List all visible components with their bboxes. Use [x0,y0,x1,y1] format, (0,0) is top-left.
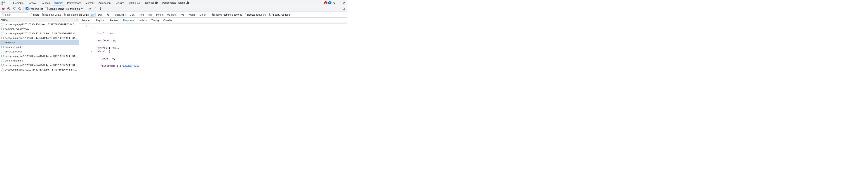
search-button[interactable] [18,7,22,11]
request-item[interactable]: qmark.h5.umd.js [0,58,79,63]
preserve-log-label[interactable]: Preserve log [26,7,43,10]
request-name: qcodeLogin.jsp?17020235462480&token=B349… [5,68,78,71]
request-item[interactable]: qmark.h5.umd.js [0,45,79,49]
tab-application[interactable]: Application [97,1,113,5]
main-area: Name ✕ qcodeLogin.jsp?17020235443&token=… [0,18,347,71]
third-party-checkbox[interactable] [267,13,270,16]
filter-btn-ws[interactable]: WS [179,13,186,17]
filter-btn-media[interactable]: Media [155,13,164,17]
blocked-requests-checkbox[interactable] [243,13,246,16]
tab-elements[interactable]: Elements [11,1,25,5]
request-name: commonLog?pt=www [5,28,78,30]
filter-btn-wasm[interactable]: Wasm [187,13,197,17]
request-item[interactable]: qcodeLogin.jsp?17020235452440&token=B349… [0,54,79,58]
filter-btn-all[interactable]: All [90,13,96,17]
filter-toggle-button[interactable] [12,7,16,11]
request-item[interactable]: snapshot [0,40,79,45]
tab-timing[interactable]: Timing [149,18,161,23]
record-button[interactable] [1,7,5,11]
tab-memory[interactable]: Memory [84,1,96,5]
json-content: ▶"ret": true, [97,28,115,35]
expand-collapse-button[interactable]: ▼ [90,50,92,53]
tab-console[interactable]: Console [26,1,38,5]
network-settings-icon[interactable]: ⚙ [342,7,346,11]
svg-point-9 [19,7,20,9]
blocked-cookies-checkbox[interactable] [210,13,213,16]
wifi-icon[interactable] [88,7,92,11]
svg-rect-5 [6,4,9,4]
preserve-log-checkbox[interactable] [26,7,29,10]
tab-cookies[interactable]: Cookies [161,18,175,23]
tab-security[interactable]: Security [113,1,125,5]
clear-button[interactable] [7,7,11,11]
svg-rect-4 [6,3,9,3]
filter-btn-css[interactable]: CSS [128,13,136,17]
json-line: ▶"errCode": 0, [79,35,347,42]
request-list: qcodeLogin.jsp?17020235443&token=B349739… [0,22,79,71]
json-content: "data": { [97,50,110,53]
request-item[interactable]: qcodeLogin.jsp?17020235457410&token=B349… [0,63,79,67]
invert-checkbox-label[interactable]: Invert [29,13,39,16]
tab-initiator[interactable]: Initiator [136,18,149,23]
chevron-down-icon: ▼ [81,8,83,10]
filter-btn-other[interactable]: Other [198,13,208,17]
network-toolbar: Preserve log Disable cache No throttling… [0,6,347,12]
filter-btn-manifest[interactable]: Manifest [165,13,178,17]
download-icon[interactable] [98,7,102,11]
filter-btn-font[interactable]: Font [137,13,146,17]
svg-rect-0 [1,1,3,3]
svg-line-12 [4,15,4,16]
close-devtools-icon[interactable]: ✕ [342,1,346,5]
request-item[interactable]: qcodeLogin.jsp?17020235443&token=B349739… [0,22,79,27]
upload-icon[interactable] [93,7,97,11]
tab-response[interactable]: Response [121,18,136,23]
more-icon[interactable]: ⋮ [337,1,341,5]
blocked-cookies-label[interactable]: Blocked response cookies [210,13,242,16]
svg-point-11 [2,13,4,15]
error-badge: 2 [324,1,328,4]
close-panel-icon[interactable]: ✕ [76,18,78,21]
svg-point-6 [2,8,4,10]
blocked-requests-label[interactable]: Blocked requests [243,13,266,16]
json-indent: ▶"errCode": 0, [93,35,116,42]
request-type-icon [1,63,4,67]
third-party-label[interactable]: 3rd-party requests [267,13,290,16]
request-type-icon [1,50,4,53]
disable-cache-label[interactable]: Disable cache [45,7,64,10]
tab-performance-insights[interactable]: Performance insights 🎥 [160,0,191,5]
hide-extension-urls-checkbox[interactable] [62,13,65,16]
request-type-icon [1,59,4,62]
filter-btn-doc[interactable]: Doc [96,13,104,17]
tab-network[interactable]: Network [52,0,65,5]
expand-collapse-button[interactable]: ▼ [90,24,92,28]
request-name: qcodeLogin.jsp?17020235443&token=B349739… [5,23,78,26]
tab-payload[interactable]: Payload [94,18,107,23]
request-name: qmark.h5.umd.js [5,59,78,62]
response-content: 1▼{ ▶"ret": true, ▶"errCode": 0, ▶"errMs… [79,24,347,71]
request-name: qcodeLogin.jsp?17020235457410&token=B349… [5,64,78,66]
json-content: ▶"code": 0, [100,53,115,60]
request-item[interactable]: sendLoginCode [0,49,79,54]
filter-btn-fetchxhr[interactable]: Fetch/XHR [112,13,127,17]
tab-lighthouse[interactable]: Lighthouse [126,1,142,5]
disable-cache-checkbox[interactable] [45,7,48,10]
throttle-select[interactable]: No throttling ▼ [65,7,84,10]
devtools-logo [1,1,10,5]
hide-extension-urls-label[interactable]: Hide extension URLs [62,13,89,16]
settings-icon[interactable]: ⚙ [332,1,337,5]
filter-btn-img[interactable]: Img [147,13,154,17]
request-item[interactable]: qcodeLogin.jsp?17020235440241&token=B349… [0,31,79,36]
tab-headers[interactable]: Headers [80,18,94,23]
hide-data-urls-label[interactable]: Hide data URLs [40,13,61,16]
invert-checkbox[interactable] [29,13,32,16]
request-item[interactable]: commonLog?pt=www [0,27,79,31]
tab-preview[interactable]: Preview [107,18,121,23]
tab-performance[interactable]: Performance [65,1,83,5]
request-item[interactable]: qcodeLogin.jsp?17020235462480&token=B349… [0,67,79,71]
request-item[interactable]: qcodeLogin.jsp?17020235447490&token=B349… [0,36,79,40]
tab-recorder[interactable]: Recorder 🎥 [142,0,160,5]
hide-data-urls-checkbox[interactable] [40,13,43,16]
tab-sources[interactable]: Sources [39,1,52,5]
filter-btn-js[interactable]: JS [105,13,111,17]
warning-badge: 4 [328,1,332,4]
